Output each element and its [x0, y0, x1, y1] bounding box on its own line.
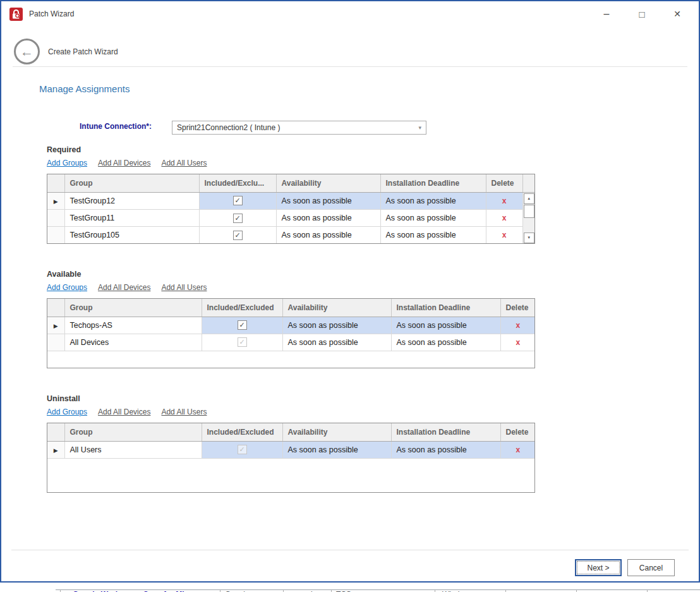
delete-button[interactable]: x	[516, 338, 520, 347]
delete-cell: x	[500, 334, 535, 351]
row-selector-cell[interactable]	[47, 334, 64, 351]
next-button[interactable]: Next >	[575, 559, 622, 576]
delete-cell: x	[500, 317, 535, 334]
installation-deadline-cell[interactable]: As soon as possible	[391, 317, 500, 334]
header-row: Group Included/Excluded Availability Ins…	[47, 299, 535, 317]
maximize-icon[interactable]: □	[624, 1, 660, 27]
included-cell: ✓	[199, 192, 276, 209]
availability-cell[interactable]: As soon as possible	[276, 192, 380, 209]
group-cell[interactable]: All Users	[64, 441, 202, 458]
delete-cell: x	[486, 209, 522, 226]
group-cell[interactable]: TestGroup12	[64, 192, 199, 209]
delete-button[interactable]: x	[516, 445, 520, 454]
column-header-group: Group	[64, 299, 202, 317]
add-all-users-link[interactable]: Add All Users	[161, 408, 207, 416]
add-all-devices-link[interactable]: Add All Devices	[98, 159, 150, 167]
delete-button[interactable]: x	[502, 214, 507, 222]
group-cell[interactable]: TestGroup11	[64, 209, 199, 226]
availability-cell[interactable]: As soon as possible	[276, 209, 380, 226]
availability-cell[interactable]: As soon as possible	[276, 227, 380, 244]
table-row[interactable]: ▶ All Users ✓ As soon as possible As soo…	[47, 441, 535, 458]
installation-deadline-cell[interactable]: As soon as possible	[391, 441, 500, 458]
delete-button[interactable]: x	[502, 196, 507, 205]
table-row[interactable]: TestGroup11 ✓ As soon as possible As soo…	[47, 209, 535, 226]
current-row-icon: ▶	[54, 447, 58, 454]
section-required: Required Add Groups Add All Devices Add …	[47, 145, 535, 244]
table-row[interactable]: ▶ TestGroup12 ✓ As soon as possible As s…	[47, 192, 535, 209]
group-cell[interactable]: Techops-AS	[64, 317, 202, 334]
included-checkbox[interactable]: ✓	[238, 320, 247, 330]
column-header-availability: Availability	[276, 174, 380, 192]
included-cell: ✓	[199, 209, 276, 226]
column-header-delete: Delete	[500, 423, 535, 441]
back-button[interactable]: ←	[14, 39, 40, 64]
scrollbar-header	[522, 174, 535, 192]
back-arrow-icon: ←	[20, 44, 33, 59]
delete-button[interactable]: x	[516, 321, 520, 330]
add-all-users-link[interactable]: Add All Users	[161, 159, 207, 167]
column-header-delete: Delete	[500, 299, 535, 317]
installation-deadline-cell[interactable]: As soon as possible	[380, 209, 486, 226]
add-groups-link[interactable]: Add Groups	[47, 283, 87, 292]
section-heading-required: Required	[47, 145, 535, 154]
column-header-included-excluded: Included/Excluded	[202, 299, 282, 317]
availability-cell[interactable]: As soon as possible	[282, 334, 391, 351]
table-row[interactable]: TestGroup105 ✓ As soon as possible As so…	[47, 227, 535, 244]
add-groups-link[interactable]: Add Groups	[47, 408, 87, 416]
delete-button[interactable]: x	[502, 231, 507, 239]
assignment-links: Add Groups Add All Devices Add All Users	[47, 159, 535, 167]
current-row-icon: ▶	[54, 323, 58, 329]
footer-divider	[11, 550, 689, 550]
current-row-icon: ▶	[54, 198, 58, 205]
availability-cell[interactable]: As soon as possible	[282, 441, 391, 458]
row-selector-cell[interactable]: ▶	[47, 441, 64, 458]
included-checkbox[interactable]: ✓	[233, 231, 243, 240]
intune-connection-label: Intune Connection*:	[39, 122, 152, 131]
availability-cell[interactable]: As soon as possible	[282, 317, 391, 334]
wizard-title: Create Patch Wizard	[48, 47, 118, 56]
add-all-users-link[interactable]: Add All Users	[161, 283, 207, 292]
page-title: Manage Assignments	[39, 83, 130, 94]
group-cell[interactable]: All Devices	[64, 334, 202, 351]
included-cell: ✓	[202, 441, 282, 458]
column-header-included-excluded: Included/Excluded	[202, 423, 282, 441]
vertical-scrollbar[interactable]: ▲ ▼	[523, 193, 536, 244]
installation-deadline-cell[interactable]: As soon as possible	[380, 192, 486, 209]
app-lock-icon	[9, 8, 23, 21]
minimize-icon[interactable]: –	[589, 1, 624, 27]
intune-connection-dropdown[interactable]: Sprint21Connection2 ( Intune ) ▾	[172, 121, 426, 135]
included-checkbox-disabled: ✓	[238, 445, 247, 454]
row-selector-header	[47, 423, 64, 441]
add-all-devices-link[interactable]: Add All Devices	[98, 283, 150, 292]
group-cell[interactable]: TestGroup105	[64, 227, 199, 244]
table-row[interactable]: ▶ Techops-AS ✓ As soon as possible As so…	[47, 317, 535, 334]
uninstall-table: Group Included/Excluded Availability Ins…	[47, 423, 535, 493]
background-window-strip: Google Workspace Sync for Micr... Google…	[0, 583, 700, 592]
assignment-links: Add Groups Add All Devices Add All Users	[47, 283, 535, 292]
chevron-down-icon: ▾	[418, 124, 421, 131]
row-selector-cell[interactable]: ▶	[47, 317, 64, 334]
installation-deadline-cell[interactable]: As soon as possible	[380, 227, 486, 244]
included-checkbox[interactable]: ✓	[233, 214, 243, 223]
included-checkbox[interactable]: ✓	[233, 196, 243, 205]
delete-cell: x	[486, 192, 522, 209]
table-row[interactable]: All Devices ✓ As soon as possible As soo…	[47, 334, 535, 351]
required-table: Group Included/Exclu... Availability Ins…	[47, 174, 535, 244]
row-selector-header	[47, 299, 64, 317]
installation-deadline-cell[interactable]: As soon as possible	[391, 334, 500, 351]
scroll-up-icon[interactable]: ▲	[524, 193, 535, 204]
row-selector-cell[interactable]	[47, 227, 64, 244]
row-selector-cell[interactable]	[47, 209, 64, 226]
window-title: Patch Wizard	[29, 9, 74, 18]
close-icon[interactable]: ✕	[660, 1, 695, 27]
add-all-devices-link[interactable]: Add All Devices	[98, 408, 150, 416]
scrollbar-thumb[interactable]	[524, 205, 535, 218]
column-header-installation-deadline: Installation Deadline	[391, 423, 500, 441]
add-groups-link[interactable]: Add Groups	[47, 159, 87, 167]
title-bar: Patch Wizard – □ ✕	[1, 1, 699, 27]
included-checkbox-disabled: ✓	[238, 337, 247, 347]
row-selector-cell[interactable]: ▶	[47, 192, 64, 209]
scroll-down-icon[interactable]: ▼	[524, 233, 535, 243]
column-header-included-excluded: Included/Exclu...	[199, 174, 276, 192]
cancel-button[interactable]: Cancel	[627, 559, 675, 576]
